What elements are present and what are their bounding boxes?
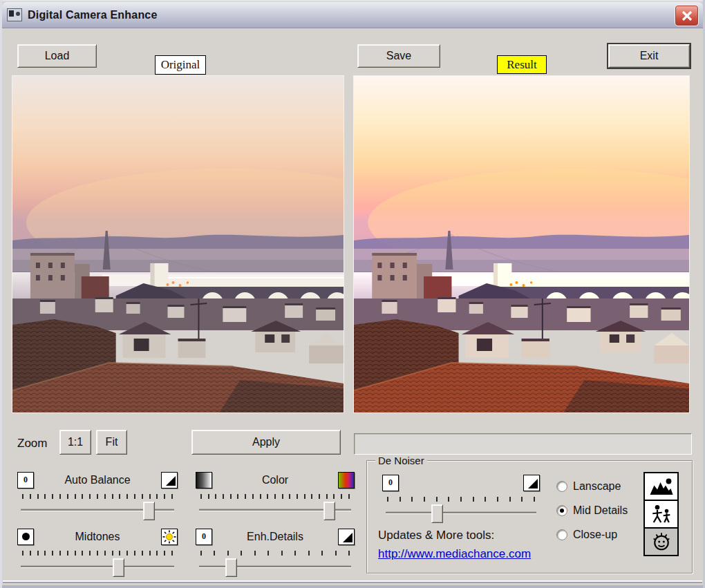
- slider-track[interactable]: [19, 500, 176, 520]
- denoiser-group: De Noiser 0 Lanscape Mid Details Close-u…: [366, 460, 693, 573]
- exit-button[interactable]: Exit: [608, 44, 690, 68]
- denoiser-legend: De Noiser: [375, 455, 427, 466]
- zoom-label: Zoom: [17, 437, 47, 451]
- tick-marks: [200, 551, 350, 556]
- window-bottom-edge: [3, 580, 702, 583]
- slider-label: Midtones: [34, 531, 161, 543]
- apply-button[interactable]: Apply: [191, 430, 341, 455]
- tick-marks: [387, 497, 535, 502]
- original-tag: Original: [155, 55, 206, 75]
- titlebar[interactable]: Digital Camera Enhance: [2, 2, 703, 28]
- slider-track[interactable]: [198, 557, 352, 576]
- slider-label: Enh.Details: [212, 531, 338, 543]
- slider-auto-balance: 0 Auto Balance: [17, 472, 178, 520]
- face-icon[interactable]: [643, 527, 679, 556]
- app-window: Digital Camera Enhance Load Original Sav…: [0, 0, 705, 588]
- slider-label: Auto Balance: [34, 474, 161, 486]
- sun-icon: [161, 529, 178, 545]
- landscape-icon[interactable]: [643, 472, 679, 501]
- contrast-triangle-icon: [523, 475, 540, 491]
- people-icon[interactable]: [643, 500, 679, 529]
- mediachance-link[interactable]: http://www.mediachance.com: [378, 547, 531, 561]
- slider-denoiser: 0: [382, 475, 540, 522]
- zoom-1-1-button[interactable]: 1:1: [59, 430, 91, 455]
- slider-label: Color: [212, 474, 338, 486]
- slider-thumb[interactable]: [143, 502, 155, 520]
- black-circle-icon: [17, 529, 34, 545]
- tick-marks: [200, 494, 350, 499]
- slider-color: Color: [196, 472, 355, 520]
- preset-icons: [643, 472, 679, 556]
- zero-icon: 0: [17, 472, 34, 489]
- slider-track[interactable]: [198, 500, 352, 520]
- slider-thumb[interactable]: [431, 504, 443, 523]
- slider-enh-details: 0 Enh.Details: [196, 529, 355, 576]
- slider-thumb[interactable]: [113, 558, 124, 577]
- updates-text: Updates & More tools:: [378, 529, 494, 542]
- app-icon: [7, 8, 22, 21]
- radio-landscape[interactable]: Lanscape: [556, 480, 621, 493]
- slider-thumb[interactable]: [225, 558, 237, 577]
- progress-bar: [354, 433, 692, 455]
- result-photo[interactable]: [354, 76, 689, 412]
- load-button[interactable]: Load: [17, 44, 97, 68]
- slider-track[interactable]: [19, 557, 176, 576]
- save-button[interactable]: Save: [357, 44, 440, 68]
- tick-marks: [22, 551, 173, 556]
- original-photo[interactable]: [12, 76, 344, 412]
- result-tag: Result: [497, 55, 547, 74]
- zero-icon: 0: [196, 529, 212, 545]
- slider-track[interactable]: [384, 503, 538, 522]
- rgb-gradient-icon: [338, 472, 355, 489]
- slider-midtones: Midtones: [17, 529, 178, 576]
- close-icon: [682, 11, 693, 21]
- window-title: Digital Camera Enhance: [28, 9, 158, 21]
- radio-close-up[interactable]: Close-up: [556, 529, 617, 541]
- tick-marks: [22, 494, 173, 499]
- contrast-triangle-icon: [338, 529, 355, 545]
- gray-gradient-icon: [196, 472, 212, 489]
- zero-icon: 0: [382, 475, 399, 491]
- radio-mid-details[interactable]: Mid Details: [556, 504, 628, 517]
- zoom-fit-button[interactable]: Fit: [96, 430, 127, 455]
- slider-thumb[interactable]: [323, 502, 335, 520]
- close-button[interactable]: [675, 5, 699, 26]
- contrast-triangle-icon: [161, 472, 178, 489]
